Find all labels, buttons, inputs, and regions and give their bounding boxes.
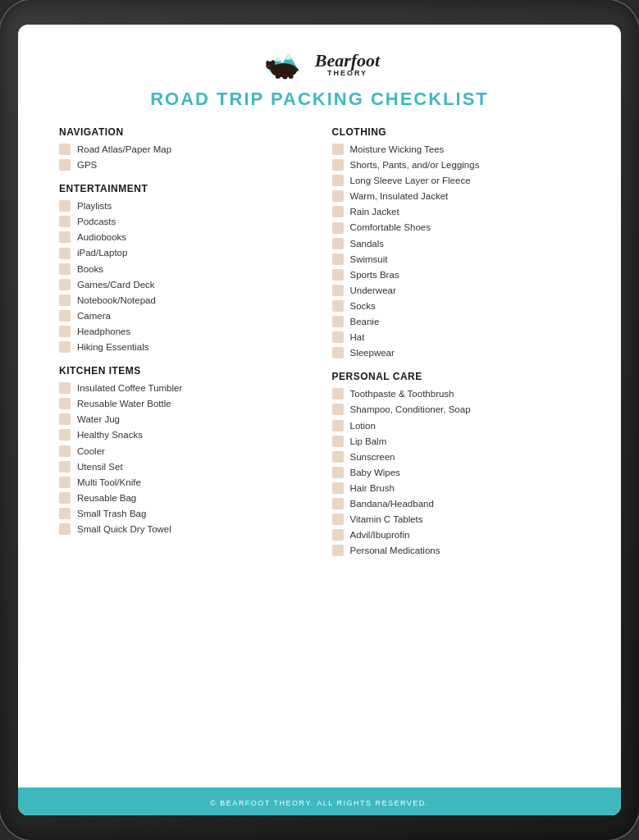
checkbox-icon[interactable] [59, 279, 71, 290]
list-item[interactable]: Utensil Set [59, 460, 308, 473]
checkbox-icon[interactable] [332, 300, 344, 312]
checkbox-icon[interactable] [59, 398, 71, 409]
checkbox-icon[interactable] [59, 341, 71, 353]
checkbox-icon[interactable] [332, 498, 344, 509]
list-item[interactable]: Beanie [332, 315, 581, 328]
checkbox-icon[interactable] [332, 529, 344, 541]
checkbox-icon[interactable] [332, 388, 344, 399]
list-item[interactable]: Games/Card Deck [59, 278, 308, 291]
list-item[interactable]: Audiobooks [59, 231, 308, 244]
list-item[interactable]: Sleepwear [332, 346, 581, 359]
list-item[interactable]: Baby Wipes [332, 466, 581, 479]
list-item[interactable]: Reusable Water Bottle [59, 397, 308, 410]
list-item[interactable]: Hat [332, 331, 581, 344]
item-label: Toothpaste & Toothbrush [350, 387, 454, 400]
checkbox-icon[interactable] [59, 294, 71, 306]
list-item[interactable]: Sunscreen [332, 450, 581, 463]
list-item[interactable]: Road Atlas/Paper Map [59, 143, 308, 156]
list-item[interactable]: Books [59, 262, 308, 276]
checkbox-icon[interactable] [59, 159, 71, 171]
list-item[interactable]: Long Sleeve Layer or Fleece [332, 174, 581, 187]
checkbox-icon[interactable] [59, 326, 71, 337]
checkbox-icon[interactable] [59, 310, 71, 322]
list-item[interactable]: Multi Tool/Knife [59, 476, 308, 489]
checkbox-icon[interactable] [332, 316, 344, 327]
item-label: Rain Jacket [350, 205, 399, 218]
list-item[interactable]: Notebook/Notepad [59, 294, 308, 307]
list-item[interactable]: Playlists [59, 199, 308, 212]
list-item[interactable]: Hiking Essentials [59, 340, 308, 354]
list-item[interactable]: iPad/Laptop [59, 246, 308, 259]
list-item[interactable]: Vitamin C Tablets [332, 513, 581, 526]
checkbox-icon[interactable] [59, 445, 71, 457]
list-item[interactable]: Insulated Coffee Tumbler [59, 381, 308, 395]
checkbox-icon[interactable] [332, 545, 344, 556]
list-item[interactable]: Socks [332, 299, 581, 313]
checkbox-icon[interactable] [59, 216, 71, 227]
checkbox-icon[interactable] [59, 263, 71, 275]
list-item[interactable]: Shampoo, Conditioner, Soap [332, 403, 581, 416]
checkbox-icon[interactable] [332, 451, 344, 463]
list-item[interactable]: Comfortable Shoes [332, 221, 581, 234]
checkbox-icon[interactable] [59, 477, 71, 488]
checkbox-icon[interactable] [59, 413, 71, 425]
checkbox-icon[interactable] [332, 404, 344, 415]
checkbox-icon[interactable] [59, 382, 71, 394]
checkbox-icon[interactable] [59, 523, 71, 535]
list-item[interactable]: Bandana/Headband [332, 497, 581, 510]
checkbox-icon[interactable] [332, 285, 344, 296]
checkbox-icon[interactable] [59, 461, 71, 472]
list-item[interactable]: Small Trash Bag [59, 507, 308, 520]
checkbox-icon[interactable] [332, 222, 344, 234]
checkbox-icon[interactable] [332, 420, 344, 431]
checkbox-icon[interactable] [332, 159, 344, 171]
list-item[interactable]: Personal Medications [332, 544, 581, 557]
checkbox-icon[interactable] [59, 200, 71, 212]
list-item[interactable]: Toothpaste & Toothbrush [332, 387, 581, 400]
list-item[interactable]: Advil/Ibuprofin [332, 528, 581, 541]
checkbox-icon[interactable] [332, 269, 344, 281]
footer: © BEARFOOT THEORY. ALL RIGHTS RESERVED. [18, 788, 621, 815]
list-item[interactable]: Lip Balm [332, 435, 581, 448]
list-item[interactable]: Small Quick Dry Towel [59, 523, 308, 536]
list-item[interactable]: Healthy Snacks [59, 428, 308, 441]
checkbox-icon[interactable] [59, 144, 71, 155]
item-label: Hat [350, 331, 365, 344]
list-item[interactable]: Rain Jacket [332, 205, 581, 218]
list-item[interactable]: Shorts, Pants, and/or Leggings [332, 158, 581, 171]
checkbox-icon[interactable] [59, 429, 71, 441]
item-label: Small Trash Bag [77, 507, 146, 520]
checkbox-icon[interactable] [332, 206, 344, 217]
list-item[interactable]: GPS [59, 158, 308, 171]
checkbox-icon[interactable] [332, 253, 344, 265]
list-item[interactable]: Warm, Insulated Jacket [332, 189, 581, 203]
checkbox-icon[interactable] [332, 331, 344, 343]
checkbox-icon[interactable] [332, 190, 344, 202]
list-item[interactable]: Headphones [59, 325, 308, 338]
checkbox-icon[interactable] [332, 514, 344, 525]
list-item[interactable]: Sports Bras [332, 268, 581, 281]
list-item[interactable]: Camera [59, 309, 308, 322]
checkbox-icon[interactable] [332, 238, 344, 249]
checkbox-icon[interactable] [332, 347, 344, 358]
checkbox-icon[interactable] [332, 436, 344, 447]
list-item[interactable]: Swimsuit [332, 253, 581, 266]
checkbox-icon[interactable] [59, 492, 71, 504]
list-item[interactable]: Reusable Bag [59, 491, 308, 504]
checkbox-icon[interactable] [59, 231, 71, 243]
checkbox-icon[interactable] [59, 248, 71, 259]
list-item[interactable]: Hair Brush [332, 482, 581, 495]
list-item[interactable]: Sandals [332, 237, 581, 250]
list-item[interactable]: Underwear [332, 284, 581, 297]
checkbox-icon[interactable] [59, 508, 71, 519]
list-item[interactable]: Lotion [332, 419, 581, 432]
checkbox-icon[interactable] [332, 144, 344, 155]
list-item[interactable]: Water Jug [59, 413, 308, 426]
list-item[interactable]: Podcasts [59, 215, 308, 228]
checkbox-icon[interactable] [332, 482, 344, 494]
checkbox-icon[interactable] [332, 467, 344, 478]
brand-text: Bearfoot THEORY [315, 52, 380, 77]
checkbox-icon[interactable] [332, 175, 344, 186]
list-item[interactable]: Cooler [59, 445, 308, 458]
list-item[interactable]: Moisture Wicking Tees [332, 143, 581, 156]
